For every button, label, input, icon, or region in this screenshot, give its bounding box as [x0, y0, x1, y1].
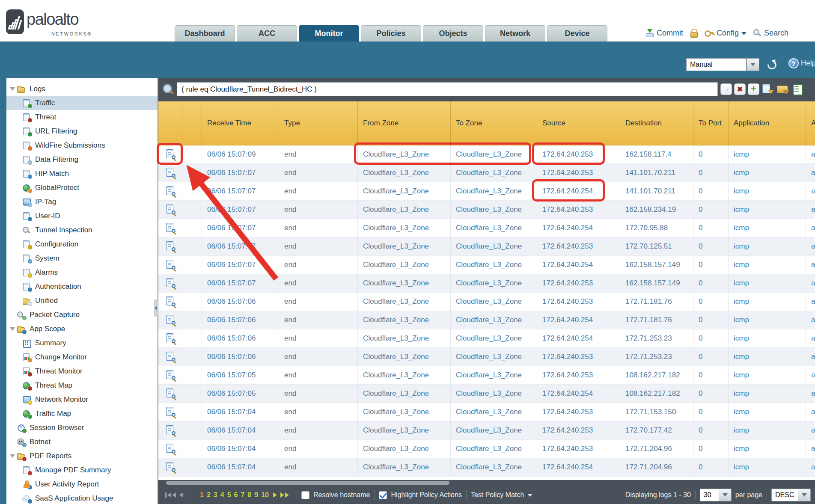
cell-type[interactable]: end — [279, 458, 358, 477]
cell-source[interactable]: 172.64.240.253 — [537, 440, 620, 458]
cell-to-port[interactable]: 0 — [693, 219, 729, 237]
column-header-destination[interactable]: Destination — [620, 101, 693, 145]
cell-type[interactable]: end — [279, 237, 358, 256]
table-row[interactable]: 06/06 15:07:04endCloudflare_L3_ZoneCloud… — [158, 440, 815, 458]
cell-action[interactable]: a — [806, 145, 815, 164]
table-row[interactable]: 06/06 15:07:04endCloudflare_L3_ZoneCloud… — [158, 458, 815, 477]
cell-destination[interactable]: 162.158.234.19 — [620, 201, 693, 219]
cell-action[interactable]: a — [806, 348, 815, 366]
table-row[interactable]: 06/06 15:07:07endCloudflare_L3_ZoneCloud… — [158, 219, 815, 237]
table-row[interactable]: 06/06 15:07:05endCloudflare_L3_ZoneCloud… — [158, 385, 815, 403]
cell-to-zone[interactable]: Cloudflare_L3_Zone — [451, 458, 537, 477]
cell-type[interactable]: end — [279, 403, 358, 421]
sidebar-item-traffic[interactable]: Traffic — [6, 96, 158, 110]
cell-source[interactable]: 172.64.240.254 — [537, 219, 620, 237]
cell-source[interactable]: 172.64.240.253 — [537, 201, 620, 219]
table-row[interactable]: 06/06 15:07:06endCloudflare_L3_ZoneCloud… — [158, 348, 815, 366]
sidebar-item-globalprotect[interactable]: GlobalProtect — [6, 181, 158, 195]
cell-destination[interactable]: 141.101.70.211 — [620, 182, 693, 201]
cell-application[interactable]: icmp — [729, 366, 806, 385]
cell-from-zone[interactable]: Cloudflare_L3_Zone — [358, 366, 451, 385]
cell-receive-time[interactable]: 06/06 15:07:05 — [202, 385, 279, 403]
lock-icon[interactable] — [690, 29, 698, 37]
page-number-8[interactable]: 8 — [247, 491, 251, 499]
cell-application[interactable]: icmp — [729, 274, 806, 293]
cell-application[interactable]: icmp — [729, 201, 806, 219]
log-filter-input[interactable] — [177, 82, 718, 96]
sidebar-item-traffic-map[interactable]: Traffic Map — [6, 406, 158, 421]
cell-source[interactable]: 172.64.240.254 — [537, 458, 620, 477]
cell-application[interactable]: icmp — [729, 348, 806, 366]
cell-destination[interactable]: 141.101.70.211 — [620, 164, 693, 182]
cell-from-zone[interactable]: Cloudflare_L3_Zone — [358, 403, 451, 421]
cell-source[interactable]: 172.64.240.253 — [537, 348, 620, 366]
log-detail-icon[interactable] — [165, 296, 175, 308]
table-row[interactable]: 06/06 15:07:04endCloudflare_L3_ZoneCloud… — [158, 421, 815, 440]
cell-to-port[interactable]: 0 — [693, 366, 729, 385]
cell-action[interactable]: a — [806, 201, 815, 219]
table-row[interactable]: 06/06 15:07:07endCloudflare_L3_ZoneCloud… — [158, 201, 815, 219]
cell-from-zone[interactable]: Cloudflare_L3_Zone — [358, 421, 451, 440]
cell-receive-time[interactable]: 06/06 15:07:04 — [202, 421, 279, 440]
tab-acc[interactable]: ACC — [237, 25, 297, 42]
log-detail-icon[interactable] — [165, 167, 175, 179]
cell-destination[interactable]: 162.158.157.149 — [620, 256, 693, 274]
cell-from-zone[interactable]: Cloudflare_L3_Zone — [358, 237, 451, 256]
cell-action[interactable]: a — [806, 274, 815, 293]
sidebar-item-network-monitor[interactable]: Network Monitor — [6, 392, 158, 406]
table-row[interactable]: 06/06 15:07:07endCloudflare_L3_ZoneCloud… — [158, 164, 815, 182]
column-header-to-port[interactable]: To Port — [693, 101, 729, 145]
table-row[interactable]: 06/06 15:07:04endCloudflare_L3_ZoneCloud… — [158, 403, 815, 421]
page-number-1[interactable]: 1 — [200, 491, 204, 499]
cell-source[interactable]: 172.64.240.253 — [537, 421, 620, 440]
cell-type[interactable]: end — [279, 329, 358, 348]
sidebar-collapse-handle[interactable] — [154, 299, 158, 317]
log-detail-icon[interactable] — [165, 443, 175, 455]
cell-application[interactable]: icmp — [729, 293, 806, 311]
page-number-5[interactable]: 5 — [227, 491, 231, 499]
cell-action[interactable]: a — [806, 219, 815, 237]
cell-from-zone[interactable]: Cloudflare_L3_Zone — [358, 293, 451, 311]
sort-order-dropdown-button[interactable] — [798, 489, 811, 501]
last-page-button[interactable] — [280, 492, 289, 498]
cell-from-zone[interactable]: Cloudflare_L3_Zone — [358, 458, 451, 477]
cell-action[interactable]: a — [806, 293, 815, 311]
cell-receive-time[interactable]: 06/06 15:07:07 — [202, 164, 279, 182]
cell-from-zone[interactable]: Cloudflare_L3_Zone — [358, 145, 451, 164]
page-number-3[interactable]: 3 — [214, 491, 217, 499]
log-detail-icon[interactable] — [165, 314, 175, 326]
cell-from-zone[interactable]: Cloudflare_L3_Zone — [358, 274, 451, 293]
column-header-to-zone[interactable]: To Zone — [451, 101, 537, 145]
log-detail-icon[interactable] — [165, 204, 175, 216]
cell-to-port[interactable]: 0 — [693, 274, 729, 293]
cell-from-zone[interactable]: Cloudflare_L3_Zone — [358, 329, 451, 348]
log-detail-icon[interactable] — [165, 259, 175, 271]
cell-source[interactable]: 172.64.240.254 — [537, 329, 620, 348]
cell-to-zone[interactable]: Cloudflare_L3_Zone — [451, 366, 537, 385]
sidebar-item-threat[interactable]: Threat — [6, 110, 158, 124]
sidebar-item-url-filtering[interactable]: URL Filtering — [6, 124, 158, 138]
log-detail-icon[interactable] — [165, 222, 175, 234]
cell-application[interactable]: icmp — [729, 182, 806, 201]
cell-to-zone[interactable]: Cloudflare_L3_Zone — [451, 219, 537, 237]
cell-to-zone[interactable]: Cloudflare_L3_Zone — [451, 256, 537, 274]
cell-source[interactable]: 172.64.240.253 — [537, 237, 620, 256]
cell-from-zone[interactable]: Cloudflare_L3_Zone — [358, 164, 451, 182]
cell-type[interactable]: end — [279, 366, 358, 385]
tree-expand-caret[interactable] — [10, 454, 15, 458]
cell-to-port[interactable]: 0 — [693, 311, 729, 329]
table-row[interactable]: 06/06 15:07:06endCloudflare_L3_ZoneCloud… — [158, 329, 815, 348]
cell-receive-time[interactable]: 06/06 15:07:07 — [202, 274, 279, 293]
cell-action[interactable]: a — [806, 403, 815, 421]
cell-application[interactable]: icmp — [729, 145, 806, 164]
log-detail-icon[interactable] — [165, 388, 175, 400]
config-menu-button[interactable]: Config — [705, 29, 747, 38]
load-filter-icon[interactable] — [776, 83, 789, 95]
sidebar-item-system[interactable]: System — [6, 251, 158, 265]
cell-action[interactable]: a — [806, 366, 815, 385]
cell-from-zone[interactable]: Cloudflare_L3_Zone — [358, 256, 451, 274]
sidebar-item-authentication[interactable]: Authentication — [6, 279, 158, 294]
tab-policies[interactable]: Policies — [361, 25, 421, 42]
cell-receive-time[interactable]: 06/06 15:07:05 — [202, 366, 279, 385]
cell-to-zone[interactable]: Cloudflare_L3_Zone — [451, 164, 537, 182]
